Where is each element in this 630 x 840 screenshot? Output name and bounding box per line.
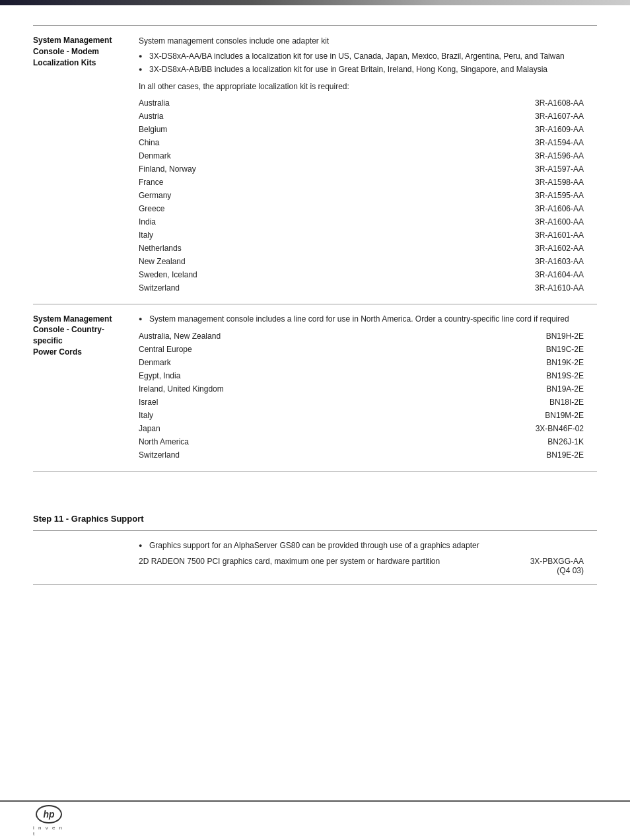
table-intro: In all other cases, the appropriate loca… — [139, 81, 597, 92]
graphics-bullet-list: Graphics support for an AlphaServer GS80… — [139, 540, 597, 551]
section-modem-localization: System ManagementConsole - ModemLocaliza… — [33, 25, 597, 304]
table-row: Australia, New ZealandBN19H-2E — [139, 330, 597, 343]
country-name: Italy — [139, 409, 413, 422]
table-row: Japan3X-BN46F-02 — [139, 422, 597, 435]
table-row: Ireland, United KingdomBN19A-2E — [139, 382, 597, 396]
graphics-text-block: Graphics support for an AlphaServer GS80… — [139, 540, 597, 575]
country-code: 3R-A1604-AA — [413, 268, 597, 281]
hp-logo-subtext: i n v e n t — [33, 825, 65, 837]
table-row: Switzerland3R-A1610-AA — [139, 281, 597, 295]
table-row: China3R-A1594-AA — [139, 136, 597, 149]
step11-heading: Step 11 - Graphics Support — [0, 507, 630, 530]
country-code: 3R-A1594-AA — [413, 136, 597, 149]
table-row: New Zealand3R-A1603-AA — [139, 255, 597, 268]
country-name: Greece — [139, 202, 413, 215]
section-label-power: System ManagementConsole - Country-speci… — [33, 314, 139, 462]
country-code: 3R-A1601-AA — [413, 228, 597, 242]
country-code: BN26J-1K — [413, 435, 597, 448]
section-intro: System management consoles include one a… — [139, 35, 597, 47]
table-row: Finland, Norway3R-A1597-AA — [139, 162, 597, 176]
localization-country-table: Australia3R-A1608-AAAustria3R-A1607-AABe… — [139, 96, 597, 295]
country-name: Switzerland — [139, 448, 413, 462]
graphics-description: 2D RADEON 7500 PCI graphics card, maximu… — [139, 557, 440, 566]
table-row: Sweden, Iceland3R-A1604-AA — [139, 268, 597, 281]
country-name: Sweden, Iceland — [139, 268, 413, 281]
country-code: 3R-A1608-AA — [413, 96, 597, 110]
table-row: North AmericaBN26J-1K — [139, 435, 597, 448]
country-code: BN19C-2E — [413, 343, 597, 356]
country-code: BN19M-2E — [413, 409, 597, 422]
table-row: Belgium3R-A1609-AA — [139, 123, 597, 136]
country-name: India — [139, 215, 413, 228]
country-code: BN19S-2E — [413, 369, 597, 382]
table-row: Greece3R-A1606-AA — [139, 202, 597, 215]
table-row: ItalyBN19M-2E — [139, 409, 597, 422]
country-name: Ireland, United Kingdom — [139, 382, 413, 396]
bullet-item-ab-bb: 3X-DS8xA-AB/BB includes a localization k… — [139, 64, 597, 75]
country-name: Egypt, India — [139, 369, 413, 382]
country-name: Denmark — [139, 149, 413, 162]
country-name: Japan — [139, 422, 413, 435]
bullet-list-power: System management console includes a lin… — [139, 314, 597, 325]
hp-logo-text-inner: hp — [43, 809, 54, 820]
country-name: Australia, New Zealand — [139, 330, 413, 343]
country-code: BN18I-2E — [413, 396, 597, 409]
bullet-item-north-america: System management console includes a lin… — [139, 314, 597, 325]
country-code: BN19H-2E — [413, 330, 597, 343]
country-name: Switzerland — [139, 281, 413, 295]
graphics-code: 3X-PBXGG-AA (Q4 03) — [530, 557, 597, 575]
country-name: Austria — [139, 110, 413, 123]
country-code: 3R-A1595-AA — [413, 189, 597, 202]
table-row: Germany3R-A1595-AA — [139, 189, 597, 202]
country-code: BN19E-2E — [413, 448, 597, 462]
table-row: Australia3R-A1608-AA — [139, 96, 597, 110]
table-row: DenmarkBN19K-2E — [139, 356, 597, 369]
country-code: 3R-A1609-AA — [413, 123, 597, 136]
country-code: 3R-A1596-AA — [413, 149, 597, 162]
footer: hp i n v e n t — [0, 800, 630, 840]
section-content-power: System management console includes a lin… — [139, 314, 597, 462]
country-code: 3X-BN46F-02 — [413, 422, 597, 435]
country-code: 3R-A1598-AA — [413, 176, 597, 189]
hp-logo: hp i n v e n t — [33, 805, 65, 837]
country-code: 3R-A1603-AA — [413, 255, 597, 268]
country-code: 3R-A1607-AA — [413, 110, 597, 123]
country-name: Germany — [139, 189, 413, 202]
table-row: Austria3R-A1607-AA — [139, 110, 597, 123]
country-name: Israel — [139, 396, 413, 409]
table-row: Netherlands3R-A1602-AA — [139, 242, 597, 255]
country-name: Italy — [139, 228, 413, 242]
country-code: 3R-A1610-AA — [413, 281, 597, 295]
table-row: Italy3R-A1601-AA — [139, 228, 597, 242]
country-code: 3R-A1606-AA — [413, 202, 597, 215]
table-row: Denmark3R-A1596-AA — [139, 149, 597, 162]
country-name: Netherlands — [139, 242, 413, 255]
country-name: Central Europe — [139, 343, 413, 356]
table-row: France3R-A1598-AA — [139, 176, 597, 189]
section-content-modem: System management consoles include one a… — [139, 35, 597, 295]
country-name: Belgium — [139, 123, 413, 136]
country-name: Denmark — [139, 356, 413, 369]
country-code: 3R-A1597-AA — [413, 162, 597, 176]
table-row: SwitzerlandBN19E-2E — [139, 448, 597, 462]
graphics-section: Graphics support for an AlphaServer GS80… — [33, 530, 597, 585]
section-label-modem: System ManagementConsole - ModemLocaliza… — [33, 35, 139, 295]
country-code: 3R-A1602-AA — [413, 242, 597, 255]
hp-logo-circle: hp — [36, 805, 62, 823]
graphics-bullet: Graphics support for an AlphaServer GS80… — [139, 540, 597, 551]
country-name: France — [139, 176, 413, 189]
country-name: North America — [139, 435, 413, 448]
table-row: Central EuropeBN19C-2E — [139, 343, 597, 356]
graphics-content: Graphics support for an AlphaServer GS80… — [33, 540, 597, 575]
country-name: Australia — [139, 96, 413, 110]
country-code: BN19A-2E — [413, 382, 597, 396]
bullet-list-modem: 3X-DS8xA-AA/BA includes a localization k… — [139, 51, 597, 75]
country-name: Finland, Norway — [139, 162, 413, 176]
country-code: 3R-A1600-AA — [413, 215, 597, 228]
section-power-cords: System ManagementConsole - Country-speci… — [33, 304, 597, 472]
top-bar — [0, 0, 630, 5]
table-row: India3R-A1600-AA — [139, 215, 597, 228]
page: System ManagementConsole - ModemLocaliza… — [0, 0, 630, 840]
bullet-item-aa-ba: 3X-DS8xA-AA/BA includes a localization k… — [139, 51, 597, 62]
table-row: IsraelBN18I-2E — [139, 396, 597, 409]
